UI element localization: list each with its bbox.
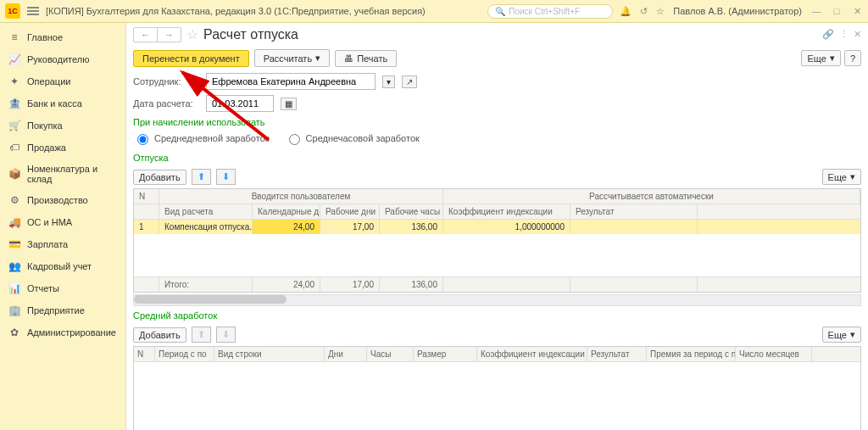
col-kal[interactable]: Календарные дни: [253, 204, 320, 219]
bars-icon: 📊: [8, 282, 20, 294]
title-bar: 1C [КОПИЯ] Бухгалтерия для Казахстана, р…: [0, 0, 868, 23]
open-ref-icon[interactable]: ↗: [402, 75, 417, 88]
dropdown-icon[interactable]: ▾: [382, 75, 395, 88]
close-page-icon[interactable]: ✕: [854, 29, 861, 40]
minimize-icon[interactable]: —: [810, 6, 822, 16]
star-icon[interactable]: ☆: [656, 6, 665, 17]
col-koef[interactable]: Коэффициент индексации: [443, 204, 570, 219]
sidebar-item-manager[interactable]: 📈Руководителю: [0, 48, 125, 70]
date-field[interactable]: [206, 95, 274, 112]
col2-koef[interactable]: Коэффициент индексации: [477, 347, 587, 361]
radio-daily[interactable]: Среднедневной заработок: [133, 131, 270, 145]
sidebar-item-reports[interactable]: 📊Отчеты: [0, 277, 125, 299]
col-rabc[interactable]: Рабочие часы: [380, 204, 443, 219]
chevron-down-icon: ▾: [315, 53, 320, 64]
col2-chas[interactable]: Часы: [367, 347, 414, 361]
forward-icon[interactable]: →: [158, 28, 181, 42]
add-button[interactable]: Добавить: [133, 170, 186, 185]
radio-hourly[interactable]: Среднечасовой заработок: [285, 131, 420, 145]
employee-field[interactable]: [206, 73, 376, 90]
col-group-user: Вводится пользователем: [159, 189, 443, 204]
total-label: Итого:: [159, 277, 253, 292]
employee-label: Сотрудник:: [133, 76, 201, 87]
sidebar-item-bank[interactable]: 🏦Банк и касса: [0, 92, 125, 114]
more-button-2[interactable]: Еще ▾: [822, 169, 861, 185]
bank-icon: 🏦: [8, 98, 20, 109]
add-button-2[interactable]: Добавить: [133, 327, 186, 343]
close-icon[interactable]: ✕: [851, 6, 863, 17]
home-icon: ≡: [8, 31, 20, 43]
calculate-button[interactable]: Рассчитать ▾: [254, 49, 330, 67]
sidebar-item-operations[interactable]: ✦Операции: [0, 70, 125, 92]
sparkle-icon: ✦: [8, 75, 20, 87]
col-vid[interactable]: Вид расчета: [159, 204, 253, 219]
col2-period[interactable]: Период с по: [155, 347, 214, 361]
col-res[interactable]: Результат: [570, 204, 698, 219]
search-input[interactable]: 🔍 Поиск Ctrl+Shift+F: [487, 4, 613, 19]
favorite-icon[interactable]: ☆: [186, 26, 198, 42]
link-icon[interactable]: 🔗: [822, 29, 834, 40]
vacations-section-label: Отпуска: [133, 153, 169, 163]
col2-mes[interactable]: Число месяцев: [736, 347, 812, 361]
logo-1c: 1C: [5, 3, 20, 19]
more-button[interactable]: Еще ▾: [801, 50, 840, 66]
nav-history[interactable]: ← →: [133, 27, 181, 42]
sidebar-item-assets[interactable]: 🚚ОС и НМА: [0, 211, 125, 233]
menu-icon[interactable]: [27, 5, 39, 17]
sidebar-item-admin[interactable]: ✿Администрирование: [0, 321, 125, 343]
card-icon: 💳: [8, 238, 20, 250]
move-down-icon-2[interactable]: ⬇: [216, 327, 236, 343]
date-label: Дата расчета:: [133, 98, 201, 109]
sidebar-item-purchase[interactable]: 🛒Покупка: [0, 114, 125, 137]
tag-icon: 🏷: [8, 142, 20, 154]
content-area: ← → ☆ Расчет отпуска 🔗 ⋮ ✕ Перенести в д…: [126, 23, 868, 430]
col-rab[interactable]: Рабочие дни: [320, 204, 380, 219]
back-icon[interactable]: ←: [134, 28, 158, 42]
bell-icon[interactable]: 🔔: [620, 6, 632, 17]
history-icon[interactable]: ↺: [640, 6, 648, 17]
print-button[interactable]: 🖶 Печать: [335, 50, 397, 67]
col2-vid[interactable]: Вид строки: [214, 347, 325, 361]
sidebar-item-sale[interactable]: 🏷Продажа: [0, 137, 125, 159]
chart-icon: 📈: [8, 53, 20, 65]
move-down-icon[interactable]: ⬇: [216, 169, 236, 185]
sidebar-item-main[interactable]: ≡Главное: [0, 26, 125, 48]
gear-icon: ⚙: [8, 194, 20, 206]
truck-icon: 🚚: [8, 216, 20, 228]
help-button[interactable]: ?: [844, 50, 861, 66]
printer-icon: 🖶: [344, 53, 353, 64]
col2-raz[interactable]: Размер: [414, 347, 477, 361]
col-group-auto: Рассчитывается автоматически: [443, 189, 860, 204]
page-title: Расчет отпуска: [203, 27, 298, 42]
move-up-icon-2[interactable]: ⬆: [192, 327, 211, 343]
avg-earnings-table: N Период с по Вид строки Дни Часы Размер…: [133, 346, 861, 430]
table-row[interactable]: 1 Компенсация отпуска.. 24,00 17,00 136,…: [134, 220, 860, 234]
sidebar-item-company[interactable]: 🏢Предприятие: [0, 299, 125, 321]
calendar-icon[interactable]: ▦: [281, 98, 297, 110]
h-scrollbar[interactable]: [133, 294, 861, 306]
col-n[interactable]: N: [134, 189, 159, 204]
app-title: [КОПИЯ] Бухгалтерия для Казахстана, реда…: [46, 6, 426, 16]
col2-dni[interactable]: Дни: [325, 347, 367, 361]
vacations-table: N Вводится пользователем Рассчитывается …: [133, 188, 861, 293]
col2-res[interactable]: Результат: [587, 347, 647, 361]
sidebar-item-production[interactable]: ⚙Производство: [0, 189, 125, 211]
transfer-button[interactable]: Перенести в документ: [133, 50, 249, 67]
user-label[interactable]: Павлов А.В. (Администратор): [673, 6, 802, 16]
building-icon: 🏢: [8, 304, 20, 316]
col2-n[interactable]: N: [134, 347, 155, 361]
avg-section-label: Средний заработок: [133, 310, 217, 321]
restore-icon[interactable]: □: [831, 6, 843, 16]
search-icon: 🔍: [495, 7, 505, 16]
use-label: При начислении использовать: [133, 117, 265, 127]
move-up-icon[interactable]: ⬆: [192, 169, 211, 185]
people-icon: 👥: [8, 260, 20, 272]
sidebar-item-hr[interactable]: 👥Кадровый учет: [0, 255, 125, 277]
sidebar: ≡Главное 📈Руководителю ✦Операции 🏦Банк и…: [0, 23, 126, 430]
more-button-3[interactable]: Еще ▾: [822, 327, 861, 343]
cog-icon: ✿: [8, 327, 20, 338]
sidebar-item-stock[interactable]: 📦Номенклатура и склад: [0, 159, 125, 189]
sidebar-item-salary[interactable]: 💳Зарплата: [0, 233, 125, 255]
col2-prem[interactable]: Премия за период с по: [647, 347, 736, 361]
kebab-icon[interactable]: ⋮: [839, 29, 849, 40]
